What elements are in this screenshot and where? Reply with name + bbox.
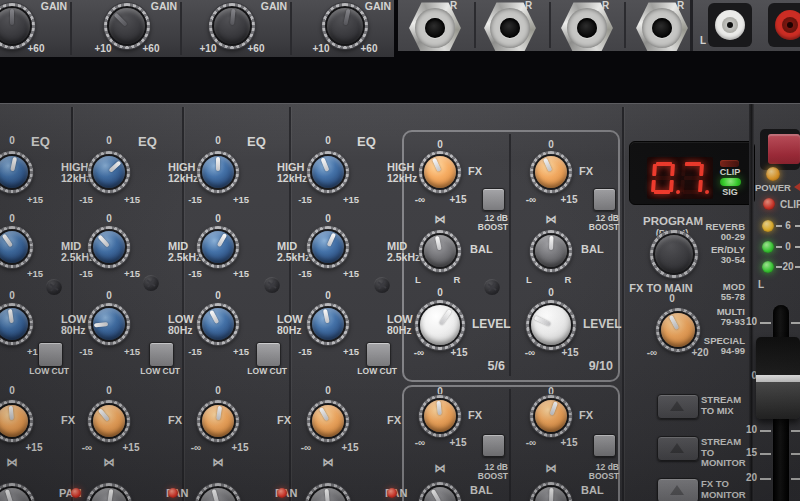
stream-to-mix-button[interactable] [657, 394, 699, 419]
knob-max-label: +15 [123, 443, 140, 453]
bal-left-label: L [526, 275, 532, 285]
knob-max-label: +15 [343, 269, 359, 279]
bal-symbol: ⋈ [546, 463, 557, 474]
fader-scale-label: 10 [746, 425, 757, 435]
ch1-fx-knob-pointer [0, 404, 29, 439]
knob-min-label: -∞ [414, 348, 424, 358]
mute-button[interactable] [768, 134, 800, 164]
ch3-fx-knob-cap [202, 405, 234, 437]
ch2-low-cut-button[interactable] [149, 342, 174, 367]
ch9-10-fx-knob[interactable] [530, 151, 572, 193]
program-knob[interactable] [650, 230, 698, 278]
stereo-bottom-2-boost-button[interactable] [593, 434, 616, 457]
divider [290, 2, 292, 55]
effect-range: 55-78 [721, 292, 745, 302]
clip-led-label: CLIP [715, 168, 745, 177]
ch5-6-level-knob[interactable] [415, 300, 465, 350]
knob-min-label: -∞ [525, 348, 535, 358]
ch3-low-knob[interactable] [197, 303, 239, 345]
routing-button-label: FX TO [701, 479, 729, 489]
bal-right-label: R [565, 275, 572, 285]
fx-label: FX [579, 166, 593, 177]
ch2-low-knob-cap [93, 308, 125, 340]
ch2-fx-knob-cap [93, 405, 125, 437]
ch1-low-cut-button[interactable] [38, 342, 63, 367]
bal-symbol: ⋈ [435, 463, 446, 474]
ch4-low-knob[interactable] [307, 303, 349, 345]
ch4-high-knob[interactable] [307, 151, 349, 193]
knob-zero-label: 0 [9, 386, 15, 396]
stereo-bottom-2-fx-knob[interactable] [530, 395, 572, 437]
ch9-10-bal-knob[interactable] [530, 230, 572, 272]
meter-dash [795, 266, 800, 268]
ch2-mid-knob[interactable] [88, 226, 130, 268]
stereo-bottom-1-fx-knob[interactable] [419, 395, 461, 437]
channel-name: 5/6 [488, 360, 505, 373]
gain-max-label: +60 [143, 44, 160, 54]
ch3-mid-knob[interactable] [197, 226, 239, 268]
ch4-mid-knob-cap [312, 231, 344, 263]
ch3-pan-knob[interactable] [195, 483, 241, 501]
knob-min-label: -15 [298, 347, 312, 357]
gain-knob-1-pointer [0, 8, 30, 44]
ch4-fx-knob-pointer [306, 399, 350, 443]
ch4-low-cut-button[interactable] [366, 342, 391, 367]
knob-max-label: +15 [233, 269, 249, 279]
fx-to-main-min: -∞ [639, 347, 665, 358]
gain-min-label: +10 [200, 44, 217, 54]
ch3-low-cut-button[interactable] [256, 342, 281, 367]
ch3-pan-led [277, 488, 287, 498]
ch2-fx-knob[interactable] [88, 400, 130, 442]
mute-button-bezel [760, 129, 800, 170]
knob-max-label: +15 [26, 443, 43, 453]
screw [484, 279, 500, 295]
gain-min-label: +10 [313, 44, 330, 54]
divider [690, 0, 693, 51]
ch5-6-boost-button[interactable] [482, 188, 505, 211]
pan-symbol: ⋈ [323, 457, 334, 468]
ch9-10-boost-button[interactable] [593, 188, 616, 211]
ch1-pan-knob[interactable] [0, 483, 35, 501]
meter-clip-label: CLIP [780, 199, 800, 210]
fx-label: FX [387, 415, 401, 426]
rca-input-right [768, 3, 800, 47]
ch4-mid-knob[interactable] [307, 226, 349, 268]
power-led [766, 167, 780, 181]
knob-max-label: +15 [343, 195, 359, 205]
ch4-fx-knob[interactable] [307, 400, 349, 442]
ch4-low-knob-pointer [309, 305, 347, 343]
bal-label: BAL [470, 485, 493, 496]
ch1-mid-knob[interactable] [0, 226, 33, 268]
ch4-fx-knob-cap [312, 405, 344, 437]
ch3-high-knob[interactable] [197, 151, 239, 193]
ch1-fx-knob[interactable] [0, 400, 33, 442]
gain-knob-1-cap [0, 8, 30, 44]
gain-knob-2-cap [109, 8, 145, 44]
knob-min-label: -15 [298, 195, 312, 205]
ch2-high-knob[interactable] [88, 151, 130, 193]
meter-left-channel-label: L [758, 279, 764, 290]
fader-scale-label: 10 [746, 317, 757, 327]
fx-to-monitor-button[interactable] [657, 478, 699, 501]
ch1-low-knob[interactable] [0, 303, 33, 345]
divider [70, 2, 72, 55]
knob-min-label: -∞ [526, 195, 536, 205]
ch5-6-bal-knob[interactable] [419, 230, 461, 272]
ch5-6-fx-knob[interactable] [419, 151, 461, 193]
ch2-pan-knob[interactable] [86, 483, 132, 501]
level-label: LEVEL [472, 318, 511, 330]
ch4-pan-knob[interactable] [305, 483, 351, 501]
ch3-fx-knob[interactable] [197, 400, 239, 442]
knob-min-label: -15 [188, 347, 202, 357]
ch9-10-level-knob[interactable] [526, 300, 576, 350]
fx-to-main-knob[interactable] [656, 308, 700, 352]
stream-to-monitor-button[interactable] [657, 436, 699, 461]
ch2-low-knob[interactable] [88, 303, 130, 345]
stereo-bottom-1-boost-button[interactable] [482, 434, 505, 457]
knob-max-label: +15 [27, 269, 43, 279]
jack-panel: RRRRL [398, 0, 800, 51]
ch1-pan-knob-cap [0, 488, 30, 501]
fader-cap[interactable] [756, 337, 800, 419]
fx-program-display: CLIP SIG [629, 141, 755, 205]
ch1-high-knob[interactable] [0, 151, 33, 193]
